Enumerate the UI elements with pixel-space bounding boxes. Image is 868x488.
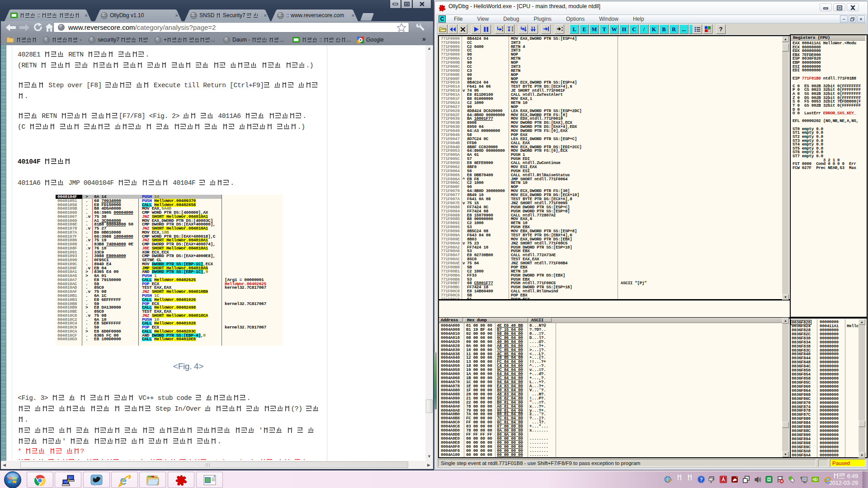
- svg-text:?: ?: [700, 477, 703, 482]
